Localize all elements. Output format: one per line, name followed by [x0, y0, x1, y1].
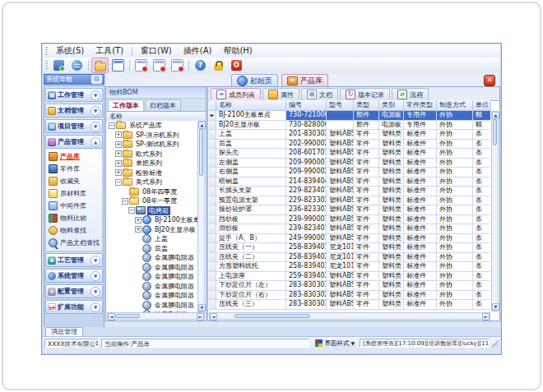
- table-cell[interactable]: 塑料ABS: [327, 300, 354, 310]
- sidebar-item-产品库[interactable]: 产品库: [46, 150, 102, 163]
- table-cell[interactable]: 730-721000-12I: [286, 111, 327, 121]
- scroll-thumb[interactable]: [234, 314, 310, 318]
- table-cell[interactable]: 标准件: [404, 281, 437, 291]
- tab-流程[interactable]: 流程: [392, 88, 429, 100]
- table-cell[interactable]: 外协: [437, 196, 473, 206]
- table-cell[interactable]: 左侧盖: [216, 159, 286, 168]
- table-cell[interactable]: 压线夹（一）: [216, 243, 286, 253]
- table-cell[interactable]: 尼龙1010: [327, 243, 354, 253]
- table-cell[interactable]: 零件: [354, 140, 379, 150]
- table-cell[interactable]: 259-839403-00I: [286, 272, 327, 282]
- column-header-零件类型[interactable]: 零件类型: [404, 100, 437, 111]
- chevron-up-icon[interactable]: ▲: [90, 137, 100, 147]
- column-header-制造方式[interactable]: 制造方式: [437, 100, 473, 111]
- scroll-thumb[interactable]: [115, 314, 140, 318]
- table-cell[interactable]: 外协: [437, 272, 473, 282]
- table-cell[interactable]: 外协: [437, 140, 473, 150]
- tree-expander[interactable]: +: [135, 226, 142, 233]
- table-cell[interactable]: 外协: [437, 205, 473, 215]
- table-cell[interactable]: 塑料ABS: [327, 187, 354, 196]
- table-cell[interactable]: 塑料ABS: [327, 130, 354, 140]
- table-cell[interactable]: 外协: [437, 187, 473, 196]
- table-cell[interactable]: 零件: [354, 159, 379, 168]
- menu-item[interactable]: 工具(T): [90, 44, 129, 58]
- lock-button[interactable]: [210, 58, 227, 73]
- table-cell[interactable]: 外协: [437, 168, 473, 178]
- table-cell[interactable]: BJ20主显示板: [216, 121, 286, 131]
- table-cell[interactable]: 条: [473, 262, 490, 272]
- table-cell[interactable]: 208-601701-01I: [286, 149, 327, 159]
- table-cell[interactable]: 条: [473, 234, 490, 244]
- document-tab[interactable]: 产品库: [281, 74, 328, 86]
- table-cell[interactable]: 提手（A、B）: [216, 234, 286, 244]
- tree-node[interactable]: +BJ20主显示板: [107, 225, 197, 235]
- table-cell[interactable]: 标准件: [404, 253, 437, 263]
- row-selector[interactable]: [209, 253, 216, 263]
- table-cell[interactable]: 塑料ABS: [327, 224, 354, 234]
- table-row[interactable]: 压线夹（三）283-830303-00I塑料ABS零件塑料类标准件外协条: [209, 300, 490, 310]
- table-cell[interactable]: 零件: [354, 130, 379, 140]
- globe-button[interactable]: [68, 58, 86, 73]
- table-cell[interactable]: 标准件: [404, 205, 437, 215]
- table-cell[interactable]: 外协: [437, 159, 473, 168]
- grid-vertical-scrollbar[interactable]: ▲ ▼: [491, 111, 499, 311]
- table-cell[interactable]: 209-990001-01I: [286, 159, 327, 168]
- table-cell[interactable]: 塑料类: [379, 205, 404, 215]
- table-cell[interactable]: 258-839401-00I: [286, 243, 327, 253]
- table-cell[interactable]: 塑料类: [379, 215, 404, 225]
- row-selector[interactable]: [209, 234, 216, 244]
- tree-node[interactable]: 后盖: [107, 244, 197, 254]
- tree-node[interactable]: 金属膜电阻器: [107, 301, 197, 311]
- sidebar-item-收藏夹[interactable]: 收藏夹: [46, 175, 102, 187]
- table-cell[interactable]: 专用件: [404, 111, 437, 121]
- table-row[interactable]: 上电源座259-839403-00I塑料ABS零件塑料类标准件外协条: [209, 272, 490, 282]
- row-selector[interactable]: [209, 168, 216, 178]
- row-selector[interactable]: [209, 121, 216, 131]
- sidebar-item-产品文档查找[interactable]: 产品文档查找: [46, 237, 102, 249]
- table-cell[interactable]: 塑料ABS: [327, 196, 354, 206]
- table-cell[interactable]: 电源板: [379, 111, 404, 121]
- sidebar-section-collapsed[interactable]: 扩展功能▼: [45, 300, 103, 314]
- tree-expander[interactable]: +: [115, 141, 122, 148]
- tree-expander[interactable]: +: [115, 169, 122, 176]
- table-cell[interactable]: 方形塑料线托: [216, 262, 286, 272]
- chevron-down-icon[interactable]: ▼: [90, 106, 100, 116]
- table-cell[interactable]: 标准件: [404, 243, 437, 253]
- scroll-up-button[interactable]: ▲: [198, 122, 206, 129]
- row-selector[interactable]: [209, 159, 216, 168]
- table-cell[interactable]: 209-990002-01I: [286, 168, 327, 178]
- tree-node[interactable]: −美式系列: [107, 178, 197, 187]
- tree-node[interactable]: −系统产品库: [107, 121, 197, 131]
- table-cell[interactable]: 零件: [354, 205, 379, 215]
- table-row[interactable]: 探头壳208-601701-01I塑料ABS零件塑料类标准件外协条: [209, 149, 490, 159]
- table-row[interactable]: 后盖202-990002-01I塑料ABS零件塑料类标准件外协条: [209, 140, 490, 150]
- row-selector[interactable]: [209, 196, 216, 206]
- table-cell[interactable]: 标准件: [404, 272, 437, 282]
- table-cell[interactable]: 外协: [437, 300, 473, 310]
- table-cell[interactable]: 条: [473, 300, 490, 310]
- column-header-型号[interactable]: 型号: [327, 100, 354, 111]
- table-cell[interactable]: 挡纱板: [216, 215, 286, 225]
- table-cell[interactable]: 条: [473, 215, 490, 225]
- table-cell[interactable]: 塑料类: [379, 281, 404, 291]
- table-cell[interactable]: 接纱轮护罩: [216, 205, 286, 215]
- table-cell[interactable]: 外协: [437, 262, 473, 272]
- table-cell[interactable]: 标准件: [404, 224, 437, 234]
- table-cell[interactable]: 标准件: [404, 196, 437, 206]
- row-selector[interactable]: [209, 272, 216, 282]
- table-cell[interactable]: 条: [473, 243, 490, 253]
- row-selector[interactable]: [209, 300, 216, 310]
- table-cell[interactable]: 塑料ABS: [327, 281, 354, 291]
- table-cell[interactable]: 零件: [354, 149, 379, 159]
- table-cell[interactable]: 零件: [354, 281, 379, 291]
- table-cell[interactable]: 730-828000-04I: [286, 121, 327, 131]
- table-cell[interactable]: 塑料类: [379, 196, 404, 206]
- table-cell[interactable]: 塑料类: [379, 130, 404, 140]
- table-cell[interactable]: 标准件: [404, 130, 437, 140]
- table-cell[interactable]: 229-823302-00I: [286, 196, 327, 206]
- row-selector[interactable]: [209, 243, 216, 253]
- tree-node[interactable]: −电烤箱: [107, 206, 197, 216]
- column-header-单位[interactable]: 单位: [473, 100, 491, 111]
- table-cell[interactable]: 外协: [437, 243, 473, 253]
- row-selector[interactable]: [209, 215, 216, 225]
